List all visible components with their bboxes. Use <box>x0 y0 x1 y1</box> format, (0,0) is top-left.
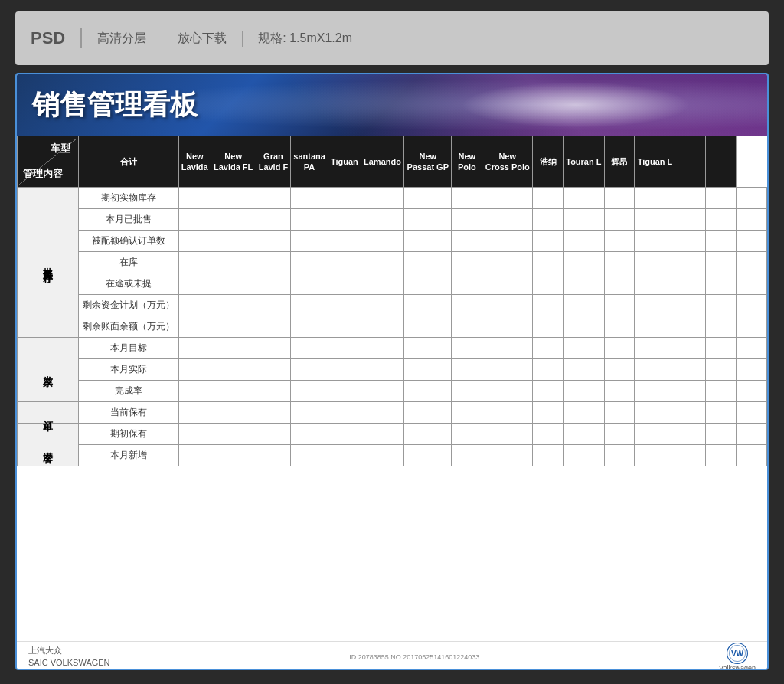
data-cell <box>256 445 291 466</box>
data-cell <box>291 424 328 445</box>
data-cell <box>328 316 361 338</box>
col-header-2: NewLavida FL <box>211 136 256 188</box>
data-cell <box>706 381 737 402</box>
data-cell <box>178 209 211 231</box>
col-header-5: Tiguan <box>328 136 361 188</box>
main-container: 销售管理看板 车型 管理内容 合计 NewLavida NewLavida FL <box>15 73 769 670</box>
data-cell <box>737 188 767 209</box>
data-cell <box>604 252 635 273</box>
data-cell <box>675 359 706 381</box>
data-cell <box>737 445 767 466</box>
data-cell <box>178 381 211 402</box>
data-cell <box>404 295 452 316</box>
data-cell <box>211 295 256 316</box>
data-cell <box>178 316 211 338</box>
data-cell <box>361 252 403 273</box>
row-label: 在途或未提 <box>79 273 179 295</box>
data-cell <box>675 209 706 231</box>
data-cell <box>328 252 361 273</box>
data-cell <box>675 295 706 316</box>
data-cell <box>533 295 564 316</box>
row-label: 期初保有 <box>79 424 179 445</box>
row-label: 本月已批售 <box>79 209 179 231</box>
col-header-9: NewCross Polo <box>482 136 533 188</box>
data-cell <box>256 295 291 316</box>
data-cell <box>604 231 635 252</box>
data-cell <box>211 359 256 381</box>
data-cell <box>178 273 211 295</box>
data-cell <box>328 273 361 295</box>
data-cell <box>452 252 482 273</box>
data-cell <box>564 424 605 445</box>
data-cell <box>737 338 767 359</box>
data-cell <box>404 252 452 273</box>
data-cell <box>706 445 737 466</box>
data-cell <box>564 252 605 273</box>
table-wrapper[interactable]: 车型 管理内容 合计 NewLavida NewLavida FL GranLa… <box>17 136 767 641</box>
data-cell <box>256 381 291 402</box>
data-cell <box>404 424 452 445</box>
data-cell <box>452 273 482 295</box>
data-cell <box>564 359 605 381</box>
col-header-10: 浩纳 <box>533 136 564 188</box>
data-cell <box>291 252 328 273</box>
data-cell <box>178 338 211 359</box>
data-cell <box>256 273 291 295</box>
data-cell <box>706 231 737 252</box>
data-cell <box>328 424 361 445</box>
data-cell <box>706 188 737 209</box>
data-cell <box>564 402 605 424</box>
data-cell <box>482 273 533 295</box>
col-header-12: 辉昂 <box>604 136 635 188</box>
footer-left: 上汽大众 SAIC VOLKSWAGEN <box>28 645 110 669</box>
data-cell <box>291 381 328 402</box>
data-cell <box>328 231 361 252</box>
data-cell <box>361 316 403 338</box>
data-cell <box>675 381 706 402</box>
data-cell <box>178 424 211 445</box>
group-label-0: 批售及库存 <box>18 188 79 338</box>
data-cell <box>564 188 605 209</box>
data-cell <box>482 316 533 338</box>
data-cell <box>604 359 635 381</box>
data-cell <box>178 231 211 252</box>
data-cell <box>482 252 533 273</box>
data-cell <box>604 381 635 402</box>
data-cell <box>328 295 361 316</box>
data-cell <box>452 316 482 338</box>
data-cell <box>328 445 361 466</box>
data-cell <box>635 316 675 338</box>
data-cell <box>361 359 403 381</box>
table-row: 本月实际 <box>18 359 767 381</box>
data-cell <box>706 295 737 316</box>
footer-bar: 上汽大众 SAIC VOLKSWAGEN ID:20783855 NO:2017… <box>17 641 767 670</box>
data-cell <box>482 338 533 359</box>
col-header-11: Touran L <box>564 136 605 188</box>
col-header-14 <box>675 136 706 188</box>
data-cell <box>564 231 605 252</box>
data-cell <box>482 359 533 381</box>
svg-text:VW: VW <box>731 650 744 658</box>
col-header-3: GranLavid F <box>256 136 291 188</box>
table-header-row: 车型 管理内容 合计 NewLavida NewLavida FL GranLa… <box>18 136 767 188</box>
data-cell <box>604 209 635 231</box>
top-bar: PSD 高清分层 放心下载 规格: 1.5mX1.2m <box>15 11 769 65</box>
data-cell <box>256 188 291 209</box>
data-cell <box>404 359 452 381</box>
data-cell <box>737 252 767 273</box>
data-cell <box>211 445 256 466</box>
data-cell <box>256 402 291 424</box>
data-cell <box>256 359 291 381</box>
data-cell <box>533 359 564 381</box>
data-cell <box>533 188 564 209</box>
data-cell <box>706 338 737 359</box>
col-header-8: NewPolo <box>452 136 482 188</box>
data-cell <box>452 359 482 381</box>
data-cell <box>291 359 328 381</box>
data-cell <box>737 359 767 381</box>
data-cell <box>635 273 675 295</box>
header-banner: 销售管理看板 <box>17 74 767 136</box>
data-cell <box>452 188 482 209</box>
col-header-15 <box>706 136 737 188</box>
data-cell <box>533 424 564 445</box>
